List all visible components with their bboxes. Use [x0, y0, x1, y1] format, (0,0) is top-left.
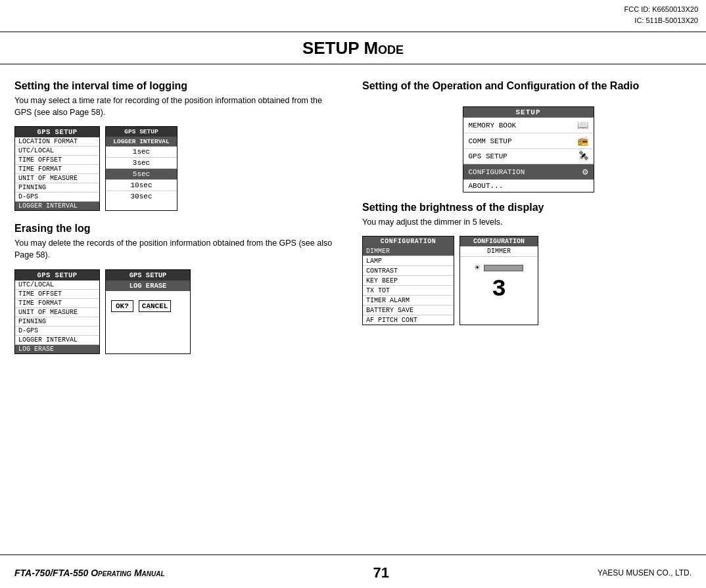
footer-right-text: YAESU MUSEN CO., LTD. — [598, 568, 692, 577]
sun-icon: ☀ — [475, 262, 480, 273]
config-list-header: CONFIGURATION — [363, 237, 454, 246]
config-list-panel: CONFIGURATION DIMMER LAMP CONTRAST KEY B… — [362, 236, 454, 325]
gps-panel1-header: GPS SETUP — [15, 127, 99, 137]
right-section2-subtext: You may adjust the dimmer in 5 levels. — [362, 216, 694, 228]
config-battery-save: BATTERY SAVE — [363, 305, 454, 315]
interval-header: GPS SETUP — [106, 127, 177, 137]
right-column: Setting of the Operation and Configurati… — [353, 71, 706, 549]
fcc-line1: FCC ID: K6650013X20 — [624, 4, 698, 15]
gps-panels-row2: GPS SETUP UTC/LOCAL TIME OFFSET TIME FOR… — [14, 269, 341, 354]
gps2-logger-interval: LOGGER INTERVAL — [15, 336, 99, 345]
gps-panel2-header: GPS SETUP — [15, 270, 99, 281]
config-timer-alarm: TIMER ALARM — [363, 296, 454, 305]
config-af-pitch-cont: AF PITCH CONT — [363, 315, 454, 325]
comm-setup-label: COMM SETUP — [469, 137, 512, 145]
dimmer-panel-header: CONFIGURATION — [460, 237, 538, 246]
config-contrast: CONTRAST — [363, 266, 454, 276]
config-lamp: LAMP — [363, 256, 454, 266]
about-label: ABOUT... — [469, 182, 504, 190]
config-key-beep: KEY BEEP — [363, 276, 454, 286]
interval-10sec: 10sec — [106, 180, 177, 191]
gps-item-location-format: LOCATION FORMAT — [15, 137, 99, 147]
right-section1-heading: Setting of the Operation and Configurati… — [362, 80, 694, 92]
bottom-bar: FTA-750/FTA-550 Operating Manual 71 YAES… — [0, 564, 706, 581]
bottom-left-text: FTA-750/FTA-550 Operating Manual — [14, 568, 165, 578]
footer-brand: FTA-750/FTA-550 Operating Manual — [14, 568, 165, 578]
configuration-label: CONFIGURATION — [469, 168, 525, 176]
section2-subtext: You may delete the records of the positi… — [14, 237, 341, 261]
gps-item-pinning: PINNING — [15, 183, 99, 192]
gps-item-unit-measure: UNIT OF MEASURE — [15, 174, 99, 183]
main-content: Setting the interval time of logging You… — [0, 71, 706, 549]
log-erase-header: GPS SETUP — [106, 270, 190, 281]
gps-setup-panel2: GPS SETUP UTC/LOCAL TIME OFFSET TIME FOR… — [14, 269, 100, 354]
gps2-time-format: TIME FORMAT — [15, 299, 99, 308]
interval-subheader: LOGGER INTERVAL — [106, 137, 177, 147]
dimmer-subheader: DIMMER — [460, 246, 538, 257]
config-dimmer: DIMMER — [363, 246, 454, 256]
dimmer-value: 3 — [492, 276, 506, 303]
interval-3sec: 3sec — [106, 158, 177, 169]
gps-item-time-offset: TIME OFFSET — [15, 156, 99, 165]
ok-button[interactable]: OK? — [111, 300, 133, 312]
dimmer-body: ☀ 3 — [460, 257, 538, 308]
interval-panel: GPS SETUP LOGGER INTERVAL 1sec 3sec 5sec… — [105, 126, 177, 211]
setup-comm-setup[interactable]: COMM SETUP 📻 — [463, 133, 594, 149]
section1-heading: Setting the interval time of logging — [14, 80, 341, 92]
log-erase-body: OK? CANCEL — [106, 291, 190, 317]
config-panels-row: CONFIGURATION DIMMER LAMP CONTRAST KEY B… — [362, 236, 694, 325]
right-section2-heading: Setting the brightness of the display — [362, 202, 694, 214]
memory-book-label: MEMORY BOOK — [469, 122, 517, 129]
log-erase-subheader: LOG ERASE — [106, 281, 190, 291]
cancel-button[interactable]: CANCEL — [139, 300, 172, 312]
gps2-pinning: PINNING — [15, 317, 99, 327]
gps-item-logger-interval: LOGGER INTERVAL — [15, 202, 99, 210]
config-tx-tot: TX TOT — [363, 286, 454, 296]
section2-heading: Erasing the log — [14, 223, 341, 235]
top-rule — [0, 32, 706, 32]
gps2-time-offset: TIME OFFSET — [15, 290, 99, 299]
gps-item-time-format: TIME FORMAT — [15, 165, 99, 174]
left-column: Setting the interval time of logging You… — [0, 71, 353, 549]
bottom-rule — [0, 554, 706, 555]
section1-subtext: You may select a time rate for recording… — [14, 95, 341, 118]
gps-setup-panel1: GPS SETUP LOCATION FORMAT UTC/LOCAL TIME… — [14, 126, 100, 211]
setup-memory-book[interactable]: MEMORY BOOK 📖 — [463, 118, 594, 133]
setup-menu-header: SETUP — [463, 107, 594, 118]
gps-item-dgps: D-GPS — [15, 192, 99, 202]
dimmer-panel: CONFIGURATION DIMMER ☀ 3 — [459, 236, 538, 325]
fcc-info: FCC ID: K6650013X20 IC: 511B-50013X20 — [624, 4, 698, 26]
gps2-dgps: D-GPS — [15, 327, 99, 336]
log-erase-panel: GPS SETUP LOG ERASE OK? CANCEL — [105, 269, 191, 354]
interval-5sec: 5sec — [106, 169, 177, 180]
gps2-utc-local: UTC/LOCAL — [15, 281, 99, 290]
gps-setup-label: GPS SETUP — [469, 152, 507, 160]
dimmer-bar-row: ☀ — [475, 262, 523, 273]
setup-menu: SETUP MEMORY BOOK 📖 COMM SETUP 📻 GPS SET… — [463, 106, 594, 192]
dimmer-bar — [484, 265, 523, 271]
gps-panels-row1: GPS SETUP LOCATION FORMAT UTC/LOCAL TIME… — [14, 126, 341, 211]
gps2-unit-measure: UNIT OF MEASURE — [15, 308, 99, 317]
setup-configuration[interactable]: CONFIGURATION ⚙ — [463, 164, 594, 180]
interval-1sec: 1sec — [106, 147, 177, 158]
page-number: 71 — [373, 564, 389, 581]
memory-book-icon: 📖 — [577, 120, 588, 131]
setup-gps-setup[interactable]: GPS SETUP 🛰 — [463, 149, 594, 164]
title-text: SETUP Mode — [302, 38, 404, 58]
comm-setup-icon: 📻 — [577, 135, 588, 147]
right-heading-text: Setting of the Operation and Configurati… — [362, 80, 639, 91]
page-title: SETUP Mode — [0, 34, 706, 64]
configuration-icon: ⚙ — [582, 166, 588, 177]
gps2-log-erase: LOG ERASE — [15, 345, 99, 353]
setup-about[interactable]: ABOUT... — [463, 180, 594, 192]
fcc-line2: IC: 511B-50013X20 — [624, 15, 698, 26]
gps-item-utc-local: UTC/LOCAL — [15, 147, 99, 156]
gps-setup-icon: 🛰 — [579, 151, 588, 162]
interval-30sec: 30sec — [106, 191, 177, 202]
